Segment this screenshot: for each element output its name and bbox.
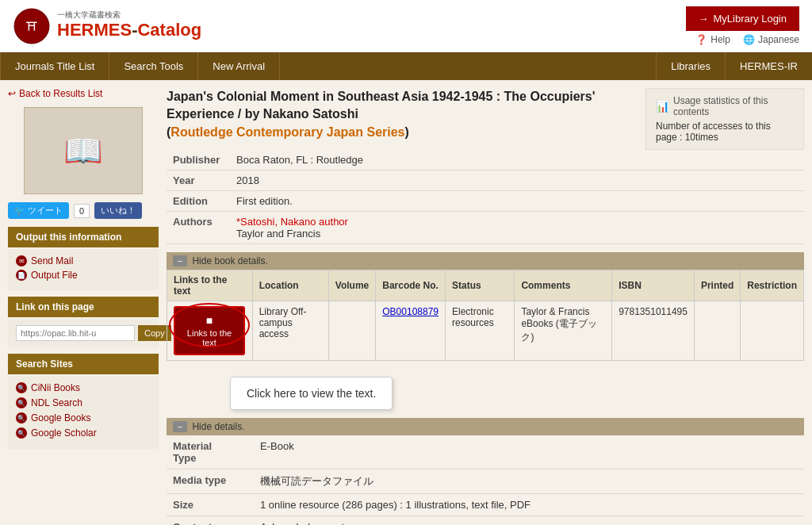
contents-line-1: Acknowledgements: [260, 521, 798, 525]
cell-status: Electronic resources: [446, 301, 515, 361]
col-restriction: Restriction: [741, 270, 804, 301]
contents-value: Acknowledgements Glossary List of Policy…: [254, 516, 804, 526]
authors-row: Authors *Satoshi, Nakano author Taylor a…: [167, 212, 804, 244]
contents-label: Contents: [167, 516, 254, 526]
mylibrary-button[interactable]: → MyLibrary Login: [686, 6, 800, 31]
size-row: Size 1 online resource (286 pages) : 1 i…: [167, 494, 804, 516]
output-file-link[interactable]: 📄 Output File: [16, 270, 151, 281]
logo-catalog: Catalog: [137, 20, 201, 40]
logo-japanese-text: 一橋大学蔵書検索: [57, 10, 201, 20]
logo-text: 一橋大学蔵書検索 HERMES-Catalog: [57, 10, 201, 40]
col-comments: Comments: [515, 270, 612, 301]
top-area: 📊 Usage statistics of this contents Numb…: [167, 88, 804, 150]
cell-restriction: [741, 301, 804, 361]
tweet-button[interactable]: 🐦 ツイート: [8, 202, 69, 219]
output-file-label: Output File: [31, 270, 78, 281]
google-scholar-label: Google Scholar: [31, 427, 97, 439]
media-type-row: Media type 機械可読データファイル: [167, 469, 804, 494]
link-section-content: Copy: [8, 319, 159, 347]
logo-area: ⛩ 一橋大学蔵書検索 HERMES-Catalog: [13, 7, 201, 45]
send-mail-link[interactable]: ✉ Send Mail: [16, 255, 151, 266]
url-input[interactable]: [16, 325, 135, 341]
links-btn-label: Links to the text: [183, 328, 236, 347]
links-table-row: ■ Links to the text Library Off-campus a…: [167, 301, 804, 361]
stats-title-label: Usage statistics of this contents: [673, 95, 794, 117]
mail-icon: ✉: [16, 255, 27, 266]
ndl-search-link[interactable]: 🔍 NDL Search: [16, 397, 151, 408]
cinii-books-link[interactable]: 🔍 CiNii Books: [16, 382, 151, 393]
hide-book-details-header[interactable]: − Hide book details.: [167, 252, 804, 270]
send-mail-label: Send Mail: [31, 255, 73, 266]
output-section-header: Output this information: [8, 227, 159, 247]
search-sites-header: Search Sites: [8, 354, 159, 374]
back-arrow-icon: ↩: [8, 88, 16, 99]
hide-details-header[interactable]: − Hide details.: [167, 418, 804, 435]
authors-value: *Satoshi, Nakano author Taylor and Franc…: [230, 212, 804, 244]
cell-location: Library Off-campus access: [252, 301, 328, 361]
hermes-logo-icon: ⛩: [13, 7, 51, 45]
like-label: いいね！: [101, 205, 136, 217]
links-table: Links to the text Location Volume Barcod…: [167, 270, 804, 361]
google-books-link[interactable]: 🔍 Google Books: [16, 412, 151, 423]
like-button[interactable]: いいね！: [94, 202, 142, 219]
contents-row: Contents Acknowledgements Glossary List …: [167, 516, 804, 526]
size-label: Size: [167, 494, 254, 516]
login-icon: →: [699, 13, 709, 25]
book-icon: 📖: [63, 132, 103, 170]
stats-icon: 📊: [656, 100, 669, 113]
stats-title: 📊 Usage statistics of this contents: [656, 95, 794, 117]
tooltip-area: Click here to view the text.: [230, 369, 804, 410]
google-scholar-link[interactable]: 🔍 Google Scholar: [16, 427, 151, 439]
output-section-content: ✉ Send Mail 📄 Output File: [8, 249, 159, 290]
nav-hermes-ir[interactable]: HERMES-IR: [725, 52, 812, 80]
tweet-icon: 🐦: [14, 205, 25, 215]
nav-libraries[interactable]: Libraries: [656, 52, 725, 80]
japanese-link[interactable]: 🌐 Japanese: [743, 34, 799, 45]
hide-details-button[interactable]: −: [173, 421, 187, 432]
google-scholar-icon: 🔍: [16, 427, 27, 439]
col-isbn: ISBN: [612, 270, 695, 301]
col-printed: Printed: [694, 270, 740, 301]
main-container: ↩ Back to Results List 📖 🐦 ツイート 0 いいね！ O…: [0, 80, 812, 525]
nav-new-arrival[interactable]: New Arrival: [198, 52, 280, 80]
publisher-value: Boca Raton, FL : Routledge: [230, 150, 804, 171]
tweet-label: ツイート: [28, 205, 63, 215]
cell-volume: [328, 301, 375, 361]
help-link[interactable]: ❓ Help: [695, 34, 730, 45]
author1-link[interactable]: *Satoshi, Nakano author: [236, 216, 348, 228]
copy-label: Copy: [144, 328, 165, 338]
cell-barcode: OB00108879: [376, 301, 446, 361]
cinii-icon: 🔍: [16, 382, 27, 393]
edition-value: First edition.: [230, 191, 804, 212]
col-links: Links to the text: [167, 270, 253, 301]
material-type-row: Material Type E-Book: [167, 435, 804, 469]
links-btn-icon: ■: [206, 314, 213, 327]
help-lang-area: ❓ Help 🌐 Japanese: [695, 34, 799, 45]
header: ⛩ 一橋大学蔵書検索 HERMES-Catalog → MyLibrary Lo…: [0, 0, 812, 52]
book-cover-thumbnail: 📖: [24, 107, 143, 194]
navbar-right: Libraries HERMES-IR: [656, 52, 812, 80]
right-panel: 📊 Usage statistics of this contents Numb…: [167, 88, 804, 525]
cinii-label: CiNii Books: [31, 382, 80, 393]
nav-journals-title-list[interactable]: Journals Title List: [0, 52, 109, 80]
cell-isbn: 9781351011495: [612, 301, 695, 361]
like-count-number: 0: [79, 206, 84, 216]
col-volume: Volume: [328, 270, 375, 301]
url-copy-area: Copy: [16, 325, 151, 341]
hide-book-details-button[interactable]: −: [173, 255, 187, 266]
globe-icon: 🌐: [743, 34, 755, 45]
links-table-header-row: Links to the text Location Volume Barcod…: [167, 270, 804, 301]
edition-row: Edition First edition.: [167, 191, 804, 212]
tooltip-box: Click here to view the text.: [230, 377, 393, 410]
year-row: Year 2018: [167, 171, 804, 191]
nav-search-tools[interactable]: Search Tools: [109, 52, 198, 80]
book-series-link[interactable]: Routledge Contemporary Japan Series: [170, 125, 404, 139]
barcode-link[interactable]: OB00108879: [382, 306, 439, 317]
mylibrary-label: MyLibrary Login: [714, 13, 787, 25]
like-count-badge: 0: [74, 204, 90, 218]
links-to-text-button[interactable]: ■ Links to the text: [174, 306, 245, 355]
back-to-results-link[interactable]: ↩ Back to Results List: [8, 88, 159, 99]
header-right: → MyLibrary Login ❓ Help 🌐 Japanese: [686, 6, 800, 45]
cell-printed: [694, 301, 740, 361]
links-table-container: Links to the text Location Volume Barcod…: [167, 270, 804, 361]
